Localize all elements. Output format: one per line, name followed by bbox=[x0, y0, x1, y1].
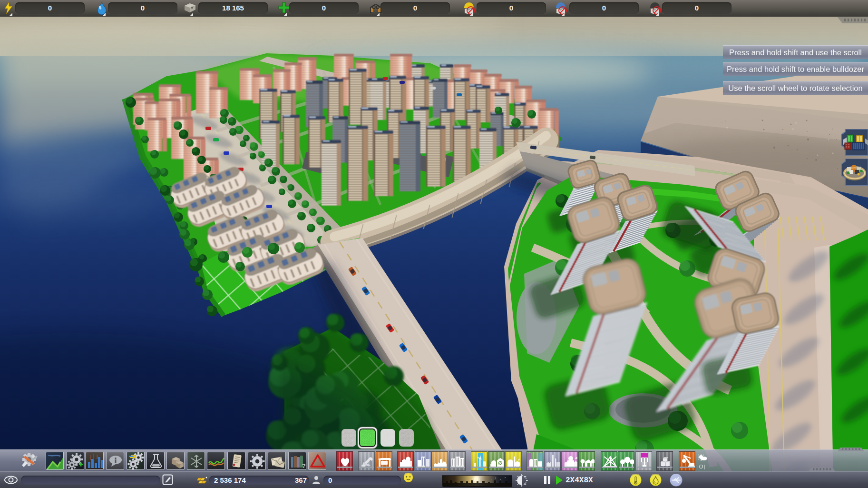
svg-text:?: ? bbox=[302, 462, 306, 469]
